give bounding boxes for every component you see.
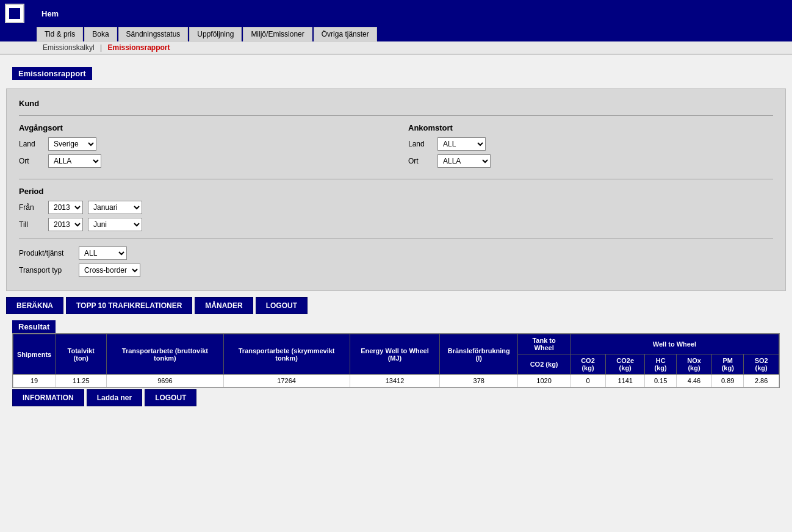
tab-uppfoljning[interactable]: Uppföljning (189, 27, 242, 41)
td-co2e-wtw: 1141 (606, 375, 645, 387)
avgångsort-ort-select[interactable]: ALLA Stockholm Göteborg (48, 154, 101, 168)
sub-bar: Emissionskalkyl | Emissionsrapport (0, 41, 792, 55)
fran-label: Från (19, 203, 43, 212)
th-co2e-wtw: CO2e (kg) (606, 354, 645, 375)
tab-sandningsstatus[interactable]: Sänd­ningsstatus (118, 27, 189, 41)
till-row: Till 2013 2012 2011 2010 Januari Februar… (19, 218, 773, 231)
kund-label: Kund (19, 99, 773, 108)
logo-box (5, 4, 24, 23)
table-header-row-1: Shipments Totalvikt (ton) Transportarbet… (13, 334, 779, 354)
bottom-buttons: INFORMATION Ladda ner LOGOUT (12, 389, 780, 406)
td-so2-wtw: 2.86 (744, 375, 779, 387)
kund-separator (19, 115, 773, 116)
fran-year-select[interactable]: 2013 2012 2011 2010 (48, 201, 83, 214)
ankomstort-label: Ankomstort (408, 123, 773, 132)
till-year-select[interactable]: 2013 2012 2011 2010 (48, 218, 83, 231)
till-label: Till (19, 220, 43, 229)
berakna-button[interactable]: BERÄKNA (6, 297, 63, 314)
topp10-button[interactable]: TOPP 10 TRAFIKRELATIONER (66, 297, 192, 314)
subnav-emissionsrapport[interactable]: Emissionsrapport (108, 43, 170, 52)
results-table: Shipments Totalvikt (ton) Transportarbet… (13, 334, 779, 387)
td-hc-wtw: 0.15 (645, 375, 677, 387)
results-title: Resultat (12, 320, 56, 333)
table-row: 19 11.25 9696 17264 13412 378 1020 0 114… (13, 375, 779, 387)
nav-inner: Hem (0, 0, 792, 27)
produkt-label: Produkt/tjänst (19, 249, 74, 257)
th-so2-wtw: SO2 (kg) (744, 354, 779, 375)
nav-outer: Hem Tid & pris Boka Sänd­ningsstatus Upp… (0, 0, 792, 41)
pipe-separator: | (100, 43, 102, 52)
tab-ovriga-tjanster[interactable]: Övriga tjänster (314, 27, 377, 41)
avgångsort-land-row: Land Sverige ALL Danmark Norge Finland (19, 137, 384, 151)
td-transport-skrym: 17264 (223, 375, 350, 387)
th-transport-skrym: Transportarbete (skrymmevikt tonkm) (223, 334, 350, 375)
avgångsort-section: Avgångsort Land Sverige ALL Danmark Norg… (19, 123, 384, 171)
information-button[interactable]: INFORMATION (12, 389, 84, 406)
th-nox-wtw: NOx (kg) (676, 354, 711, 375)
transport-label: Transport typ (19, 266, 74, 275)
page-wrapper: Hem Tid & pris Boka Sänd­ningsstatus Upp… (0, 0, 792, 406)
td-co2-ttw: 1020 (518, 375, 571, 387)
transport-row: Transport typ Cross-border Domestic ALL (19, 264, 773, 277)
ankomstort-ort-label: Ort (408, 157, 433, 165)
produkt-row: Produkt/tjänst ALL Standard Express (19, 246, 773, 260)
period-label: Period (19, 187, 773, 196)
td-transport-brutto: 9696 (107, 375, 223, 387)
ankomstort-land-row: Land ALL Sverige Danmark Norge Finland (408, 137, 773, 151)
period-top-separator (19, 179, 773, 179)
th-hc-wtw: HC (kg) (645, 354, 677, 375)
avgångsort-land-label: Land (19, 140, 43, 148)
nav-links: Tid & pris Boka Sänd­ningsstatus Uppfölj… (0, 27, 792, 41)
ankomstort-section: Ankomstort Land ALL Sverige Danmark Norg… (408, 123, 773, 171)
logo-inner (8, 7, 21, 20)
th-totalvikt: Totalvikt (ton) (56, 334, 107, 375)
main-content: Emissionsrapport Kund Avgångsort Land Sv… (6, 61, 786, 406)
td-totalvikt: 11.25 (56, 375, 107, 387)
th-co2-wtw: CO2 (kg) (570, 354, 605, 375)
th-shipments: Shipments (13, 334, 56, 375)
home-label: Hem (41, 9, 59, 18)
transport-select[interactable]: Cross-border Domestic ALL (79, 264, 140, 277)
fran-row: Från 2013 2012 2011 2010 Januari Februar… (19, 201, 773, 214)
th-tank-to-wheel: Tank to Wheel (518, 334, 571, 354)
ankomstort-ort-row: Ort ALLA Stockholm Göteborg (408, 154, 773, 168)
th-energy-well: Energy Well to Wheel (MJ) (350, 334, 439, 375)
td-energy-well: 13412 (350, 375, 439, 387)
page-title: Emissionsrapport (12, 67, 92, 80)
th-transport-brutto: Transportarbete (bruttovikt tonkm) (107, 334, 223, 375)
avgångsort-label: Avgångsort (19, 123, 384, 132)
ankomstort-land-select[interactable]: ALL Sverige Danmark Norge Finland (437, 137, 486, 151)
avgångsort-ort-row: Ort ALLA Stockholm Göteborg (19, 154, 384, 168)
results-section: Resultat Shipments Totalvikt (ton) Trans… (12, 320, 780, 406)
ladda-ner-button[interactable]: Ladda ner (87, 389, 142, 406)
subnav-emissionskalkyl[interactable]: Emissionskalkyl (43, 43, 95, 52)
action-buttons: BERÄKNA TOPP 10 TRAFIKRELATIONER MÅNADER… (6, 297, 786, 314)
td-co2-wtw: 0 (570, 375, 605, 387)
tab-boka[interactable]: Boka (84, 27, 117, 41)
fran-month-select[interactable]: Januari Februari Mars April Maj Juni Jul… (88, 201, 142, 214)
th-well-to-wheel: Well to Wheel (570, 334, 779, 354)
produkt-separator (19, 239, 773, 239)
logout-bottom-button[interactable]: LOGOUT (145, 389, 196, 406)
ankomstort-ort-select[interactable]: ALLA Stockholm Göteborg (437, 154, 491, 168)
manader-button[interactable]: MÅNADER (195, 297, 253, 314)
till-month-select[interactable]: Januari Februari Mars April Maj Juni Jul… (88, 218, 142, 231)
locations-section: Avgångsort Land Sverige ALL Danmark Norg… (19, 123, 773, 171)
td-nox-wtw: 4.46 (676, 375, 711, 387)
td-shipments: 19 (13, 375, 56, 387)
produkt-select[interactable]: ALL Standard Express (79, 246, 127, 260)
logout-button[interactable]: LOGOUT (256, 297, 308, 314)
td-bransle: 378 (440, 375, 518, 387)
th-co2-ttw: CO2 (kg) (518, 354, 571, 375)
avgångsort-land-select[interactable]: Sverige ALL Danmark Norge Finland (48, 137, 96, 151)
td-pm-wtw: 0.89 (712, 375, 744, 387)
results-table-wrapper: Shipments Totalvikt (ton) Transportarbet… (12, 333, 780, 388)
tab-tid-pris[interactable]: Tid & pris (37, 27, 83, 41)
th-pm-wtw: PM (kg) (712, 354, 744, 375)
form-panel: Kund Avgångsort Land Sverige ALL Danmark… (6, 88, 786, 291)
ankomstort-land-label: Land (408, 140, 433, 148)
tab-miljo-emissioner[interactable]: Miljö/Emissioner (243, 27, 312, 41)
avgångsort-ort-label: Ort (19, 157, 43, 165)
th-bransle: Bränsleförbrukning (l) (440, 334, 518, 375)
